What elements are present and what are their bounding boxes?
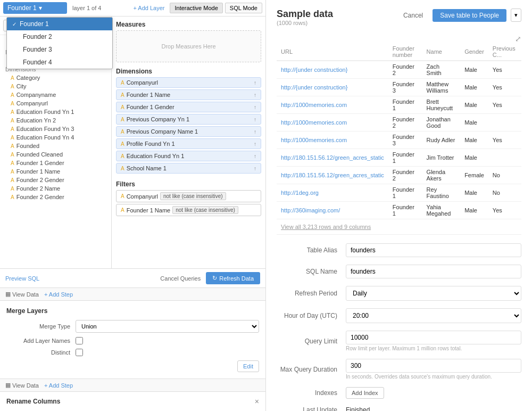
sidebar-item-companyname[interactable]: A Companyname xyxy=(0,91,111,99)
dim-text-icon: A xyxy=(121,104,124,110)
query-limit-input[interactable] xyxy=(346,331,521,344)
layer-selector[interactable]: Founder 1 ▾ xyxy=(3,2,67,14)
cell-gender: Male xyxy=(460,131,488,149)
sidebar-item-edu1[interactable]: A Education Found Yn 1 xyxy=(0,108,111,116)
rename-close-button[interactable]: × xyxy=(255,397,259,406)
cell-name: Matthew Williams xyxy=(422,79,461,96)
add-index-button[interactable]: Add Index xyxy=(346,387,384,399)
dim-founder1gender[interactable]: A Founder 1 Gender ↑ xyxy=(116,102,261,112)
sample-data-subtitle: (1000 rows) xyxy=(277,20,333,26)
cell-previous: No xyxy=(488,167,521,184)
add-step-button-2[interactable]: + Add Step xyxy=(44,382,73,389)
sort-icon[interactable]: ↑ xyxy=(254,117,256,122)
cell-founder-number: Founder 2 xyxy=(388,167,422,184)
table-row: http://360imaging.com/ Founder 1 Yahia M… xyxy=(277,202,521,219)
cell-founder-number: Founder 1 xyxy=(388,184,422,202)
refresh-period-select[interactable]: Daily Hourly Weekly Never xyxy=(346,286,521,301)
dim-companyurl[interactable]: A Companyurl ↑ xyxy=(116,77,261,88)
layer-bar: Founder 1 ▾ ✓ Founder 1 Founder 2 xyxy=(0,0,265,17)
table-row: http://1deg.org Founder 1 Rey Faustino M… xyxy=(277,184,521,202)
sort-icon[interactable]: ↑ xyxy=(254,92,256,98)
cell-name: Rey Faustino xyxy=(422,184,461,202)
sort-icon[interactable]: ↑ xyxy=(254,104,256,110)
sidebar-item-founded-cleaned[interactable]: A Founded Cleaned xyxy=(0,150,111,159)
sidebar-item-edu4[interactable]: A Education Found Yn 4 xyxy=(0,133,111,142)
cell-url: http://180.151.56.12/green_acres_static xyxy=(277,167,388,184)
layer-option-2[interactable]: Founder 2 xyxy=(7,30,112,43)
sort-icon[interactable]: ↑ xyxy=(254,153,256,159)
add-layer-button[interactable]: + Add Layer xyxy=(130,4,168,12)
sort-icon[interactable]: ↑ xyxy=(254,129,256,135)
layer-option-label-4: Founder 4 xyxy=(23,59,52,66)
sidebar-item-founder1gender[interactable]: A Founder 1 Gender xyxy=(0,159,111,167)
dimensions-section: Dimensions A Companyurl ↑ A Founder 1 Na… xyxy=(116,68,261,175)
merge-type-select[interactable]: Union xyxy=(76,320,259,333)
sidebar-item-founded[interactable]: A Founded xyxy=(0,142,111,150)
cancel-button[interactable]: Cancel xyxy=(398,9,428,22)
measures-dropzone[interactable]: Drop Measures Here xyxy=(116,30,261,62)
dim-prevcompyn1[interactable]: A Previous Company Yn 1 ↑ xyxy=(116,114,261,125)
sidebar-item-category[interactable]: A Category xyxy=(0,73,111,82)
expand-icon[interactable]: ⤢ xyxy=(515,35,521,43)
filter-founder1name[interactable]: A Founder 1 Name not like (case insensit… xyxy=(116,204,261,216)
layer-option-label-1: Founder 1 xyxy=(20,20,49,28)
layer-option-3[interactable]: Founder 3 xyxy=(7,43,112,56)
dim-prevcompname1[interactable]: A Previous Company Name 1 ↑ xyxy=(116,126,261,137)
sidebar-item-founder2name[interactable]: A Founder 2 Name xyxy=(0,184,111,193)
dim-schoolname1[interactable]: A School Name 1 ↑ xyxy=(116,163,261,174)
hour-of-day-select[interactable]: 20:00 xyxy=(346,308,521,323)
sidebar-item-founder2gender[interactable]: A Founder 2 Gender xyxy=(0,176,111,184)
layer-option-4[interactable]: Founder 4 xyxy=(7,56,112,69)
sidebar-item-edu3[interactable]: A Education Found Yn 3 xyxy=(0,125,111,133)
filter-companyurl[interactable]: A Companyurl not like (case insensitive) xyxy=(116,190,261,202)
view-data-button-2[interactable]: ▦ View Data xyxy=(5,382,39,389)
distinct-checkbox[interactable] xyxy=(76,349,83,356)
max-query-input[interactable] xyxy=(346,359,521,373)
dim-edufound1[interactable]: A Education Found Yn 1 ↑ xyxy=(116,151,261,161)
bottom-bar: Preview SQL Cancel Queries ↻ Refresh Dat… xyxy=(0,268,265,287)
table-alias-row: Table Alias xyxy=(277,243,521,257)
sort-icon[interactable]: ↑ xyxy=(254,166,256,171)
sidebar-item-founder3gender[interactable]: A Founder 2 Gender xyxy=(0,193,111,201)
merge-type-label: Merge Type xyxy=(6,323,76,330)
refresh-data-button[interactable]: ↻ Refresh Data xyxy=(206,272,260,284)
sidebar-item-edu2[interactable]: A Education Yn 2 xyxy=(0,116,111,125)
add-layer-names-checkbox[interactable] xyxy=(76,337,83,344)
sql-name-input[interactable] xyxy=(346,265,521,278)
interactive-mode-button[interactable]: Interactive Mode xyxy=(170,3,222,13)
cell-founder-number: Founder 2 xyxy=(388,61,422,79)
text-icon-founded: A xyxy=(11,143,14,149)
preview-sql-button[interactable]: Preview SQL xyxy=(5,275,39,282)
measures-section: Measures Drop Measures Here xyxy=(116,21,261,62)
cell-name: Rudy Adler xyxy=(422,131,461,149)
view-all-link[interactable]: View all 3,213 rows and 9 columns xyxy=(281,224,521,230)
text-icon-f1n: A xyxy=(11,169,14,175)
sort-icon[interactable]: ↑ xyxy=(254,141,256,147)
sql-mode-button[interactable]: SQL Mode xyxy=(225,3,262,13)
cancel-queries-button[interactable]: Cancel Queries xyxy=(160,275,201,282)
edit-button[interactable]: Edit xyxy=(237,360,259,372)
text-icon-f1g: A xyxy=(11,160,14,166)
sidebar-item-companyurl[interactable]: A Companyurl xyxy=(0,99,111,108)
sample-data-table: URL Founder number Name Gender Previous … xyxy=(277,43,521,219)
table-alias-input[interactable] xyxy=(346,243,521,257)
view-data-button-1[interactable]: ▦ View Data xyxy=(5,291,39,298)
cell-url: http://{under construction} xyxy=(277,61,388,79)
cell-founder-number: Founder 3 xyxy=(388,131,422,149)
sidebar-item-city[interactable]: A City xyxy=(0,82,111,91)
sort-icon[interactable]: ↑ xyxy=(254,80,256,86)
text-icon-edu1: A xyxy=(11,109,14,115)
sidebar-item-founder1name[interactable]: A Founder 1 Name xyxy=(0,167,111,176)
cell-gender: Male xyxy=(460,61,488,79)
more-options-button[interactable]: ▾ xyxy=(511,9,521,22)
dim-founder1name[interactable]: A Founder 1 Name ↑ xyxy=(116,89,261,100)
cell-url: http://360imaging.com/ xyxy=(277,202,388,219)
merge-title: Merge Layers xyxy=(6,307,259,315)
add-step-button-1[interactable]: + Add Step xyxy=(44,291,73,298)
save-table-button[interactable]: Save table to People xyxy=(433,9,506,22)
settings-section: Table Alias SQL Name Refresh Period Dail… xyxy=(277,243,521,411)
dim-profilefound1[interactable]: A Profile Found Yn 1 ↑ xyxy=(116,138,261,149)
dim-text-icon: A xyxy=(121,153,124,159)
layer-option-1[interactable]: ✓ Founder 1 xyxy=(7,18,112,30)
last-update-label: Last Update xyxy=(277,406,346,411)
